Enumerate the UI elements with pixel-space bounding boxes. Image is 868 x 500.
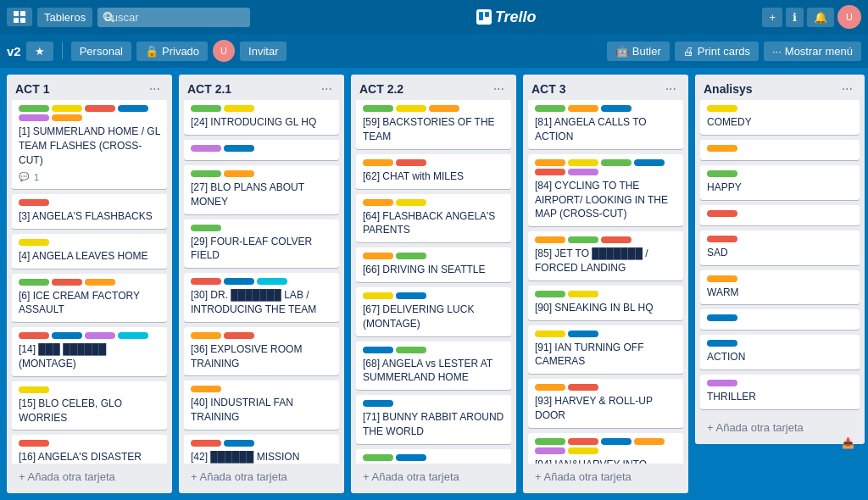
- card-c56[interactable]: [94] IAN&HARVEY INTO SECURITY ROOM / RIC…: [528, 433, 683, 464]
- column-menu-analysis[interactable]: ···: [838, 81, 856, 97]
- card-labels-c35: [363, 347, 504, 353]
- card-c55[interactable]: [93] HARVEY & ROLL-UP DOOR: [528, 379, 683, 428]
- card-c2[interactable]: [3] ANGELA'S FLASHBACKS: [12, 194, 167, 229]
- card-labels-c30: [363, 105, 504, 112]
- card-ca2[interactable]: [700, 140, 860, 160]
- archive-icon[interactable]: 📥: [842, 437, 854, 449]
- card-c14[interactable]: [29] FOUR-LEAF COLVER FIELD: [184, 219, 339, 269]
- column-header-analysis: Analisys···: [695, 75, 865, 100]
- card-c51[interactable]: [84] CYCLING TO THE AIRPORT/ LOOKING IN …: [528, 154, 683, 226]
- card-c13[interactable]: [27] BLO PLANS ABOUT MONEY: [184, 165, 339, 214]
- personal-button[interactable]: Personal: [71, 42, 131, 61]
- label-green: [707, 170, 737, 177]
- card-c31[interactable]: [62] CHAT with MILES: [356, 154, 511, 189]
- card-c5[interactable]: [14] ███ ██████ (MONTAGE): [12, 327, 167, 376]
- star-button[interactable]: ★: [26, 42, 53, 61]
- board-avatar[interactable]: U: [213, 40, 235, 62]
- menu-button[interactable]: ··· Mostrar menú: [764, 42, 861, 61]
- card-c7[interactable]: [16] ANGELA'S DISASTER JOB: [12, 435, 167, 464]
- privado-button[interactable]: 🔒 Privado: [136, 42, 208, 61]
- card-text-c3: [4] ANGELA LEAVES HOME: [19, 249, 160, 264]
- add-card-button-act1[interactable]: + Añada otra tarjeta: [14, 467, 165, 486]
- card-ca4[interactable]: [700, 205, 860, 225]
- card-ca7[interactable]: [700, 309, 860, 330]
- card-c54[interactable]: [91] IAN TURNING OFF CAMERAS: [528, 325, 683, 375]
- label-green: [363, 454, 393, 461]
- svg-point-4: [104, 13, 112, 20]
- label-red: [85, 105, 115, 112]
- column-menu-act3[interactable]: ···: [662, 81, 680, 97]
- card-c3[interactable]: [4] ANGELA LEAVES HOME: [12, 234, 167, 269]
- label-yellow: [396, 199, 426, 206]
- card-ca9[interactable]: THRILLER: [700, 375, 860, 409]
- label-red: [707, 210, 737, 217]
- card-labels-ca2: [707, 145, 853, 152]
- butler-button[interactable]: 🤖 Butler: [607, 42, 670, 61]
- label-orange: [707, 145, 737, 152]
- card-labels-c15: [191, 278, 332, 285]
- card-c4[interactable]: [6] ICE CREAM FACTORY ASSAULT: [12, 274, 167, 323]
- invite-button[interactable]: Invitar: [240, 42, 287, 61]
- card-c33[interactable]: [66] DRIVING IN SEATTLE: [356, 247, 511, 282]
- card-meta-c1: 💬1: [19, 171, 160, 184]
- card-ca8[interactable]: ACTION: [700, 335, 860, 369]
- column-act22: ACT 2.2···[59] BACKSTORIES OF THE TEAM[6…: [351, 75, 516, 493]
- card-c30[interactable]: [59] BACKSTORIES OF THE TEAM: [356, 100, 511, 149]
- column-title-act1: ACT 1: [15, 81, 146, 97]
- card-c16[interactable]: [36] EXPLOSIVE ROOM TRAINING: [184, 327, 339, 376]
- add-card-button-act3[interactable]: + Añada otra tarjeta: [530, 467, 682, 486]
- cards-container-act22: [59] BACKSTORIES OF THE TEAM[62] CHAT wi…: [351, 100, 516, 464]
- card-c34[interactable]: [67] DELIVERING LUCK (MONTAGE): [356, 287, 511, 336]
- card-ca3[interactable]: HAPPY: [700, 165, 860, 200]
- card-c1[interactable]: [1] SUMMERLAND HOME / GL TEAM FLASHES (C…: [12, 100, 167, 189]
- add-card-button-act21[interactable]: + Añada otra tarjeta: [186, 467, 337, 486]
- card-c15[interactable]: [30] DR. ███████ LAB / INTRODUCING THE T…: [184, 273, 339, 322]
- svg-rect-1: [20, 11, 25, 16]
- tableros-button[interactable]: Tableros: [37, 8, 92, 27]
- card-ca5[interactable]: SAD: [700, 231, 860, 265]
- column-analysis: Analisys···COMEDYHAPPYSADWARMACTIONTHRIL…: [695, 75, 865, 444]
- print-button[interactable]: 🖨 Print cards: [675, 42, 759, 61]
- card-c50[interactable]: [81] ANGELA CALLS TO ACTION: [528, 100, 683, 149]
- card-text-c32: [64] FLASHBACK ANGELA'S PARENTS: [363, 209, 504, 238]
- column-menu-act1[interactable]: ···: [146, 81, 164, 97]
- card-labels-c5: [19, 332, 160, 339]
- column-act1: ACT 1···[1] SUMMERLAND HOME / GL TEAM FL…: [7, 75, 172, 493]
- bell-button[interactable]: 🔔: [807, 8, 834, 27]
- column-menu-act22[interactable]: ···: [490, 81, 508, 97]
- card-c37[interactable]: [71] GLO REALIZES LESTER'S PLANS: [356, 449, 511, 464]
- info-button[interactable]: ℹ: [786, 8, 804, 27]
- card-c36[interactable]: [71] BUNNY RABBIT AROUND THE WORLD: [356, 395, 511, 444]
- label-green: [363, 105, 393, 112]
- card-ca1[interactable]: COMEDY: [700, 100, 860, 135]
- card-text-ca8: ACTION: [707, 350, 853, 364]
- label-green: [191, 105, 221, 112]
- card-c53[interactable]: [90] SNEAKING IN BL HQ: [528, 286, 683, 320]
- trello-icon: [476, 9, 492, 25]
- card-c11[interactable]: [24] INTRODUCING GL HQ: [184, 100, 339, 135]
- card-ca6[interactable]: WARM: [700, 270, 860, 305]
- card-c17[interactable]: [40] INDUSTRIAL FAN TRAINING: [184, 381, 339, 430]
- add-card-button-act22[interactable]: + Añada otra tarjeta: [358, 467, 509, 486]
- card-c18[interactable]: [42] ██████ MISSION STARTS: [184, 435, 339, 464]
- home-button[interactable]: [7, 8, 32, 26]
- card-text-c14: [29] FOUR-LEAF COLVER FIELD: [191, 235, 332, 264]
- label-red: [224, 332, 254, 339]
- svg-rect-3: [20, 18, 25, 23]
- label-sky: [257, 278, 287, 285]
- label-red: [191, 278, 221, 285]
- card-c35[interactable]: [68] ANGELA vs LESTER AT SUMMERLAND HOME: [356, 342, 511, 391]
- card-c6[interactable]: [15] BLO CELEB, GLO WORRIES: [12, 381, 167, 431]
- avatar[interactable]: U: [837, 5, 861, 29]
- add-card-button-analysis[interactable]: + Añada otra tarjeta: [702, 418, 858, 437]
- card-labels-ca3: [707, 170, 853, 177]
- card-c32[interactable]: [64] FLASHBACK ANGELA'S PARENTS: [356, 194, 511, 243]
- print-icon: 🖨: [683, 45, 694, 58]
- column-menu-act21[interactable]: ···: [318, 81, 336, 97]
- card-c12[interactable]: [184, 140, 339, 160]
- card-c52[interactable]: [85] JET TO ███████ / FORCED LANDING: [528, 231, 683, 281]
- add-button[interactable]: +: [762, 8, 782, 27]
- card-labels-c51: [535, 159, 676, 175]
- card-text-ca5: SAD: [707, 246, 853, 260]
- search-input[interactable]: [97, 8, 250, 27]
